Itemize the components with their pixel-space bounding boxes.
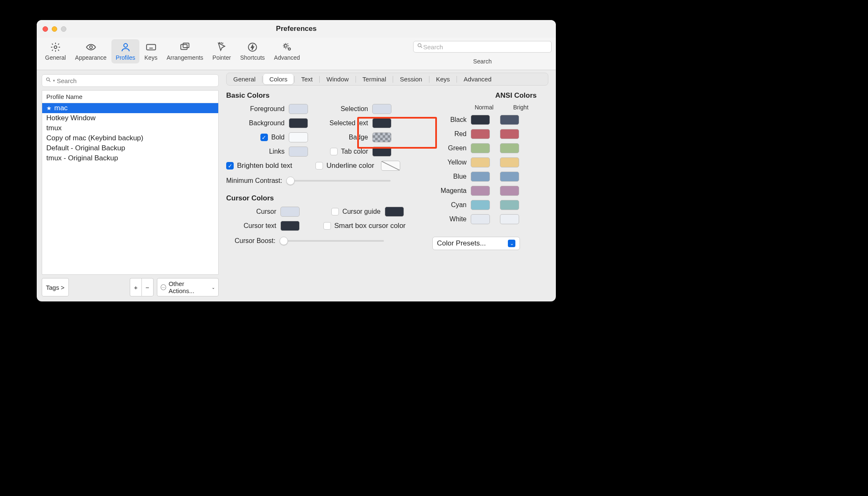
tab-color-label: Tab color [341, 148, 368, 155]
tab-color-swatch[interactable] [372, 147, 391, 157]
search-input[interactable] [423, 43, 548, 51]
ansi-normal-swatch[interactable] [471, 157, 490, 167]
window-title: Preferences [37, 25, 556, 33]
toolbar-search[interactable]: Search [413, 41, 552, 53]
svg-rect-5 [183, 43, 189, 48]
svg-point-6 [248, 43, 257, 51]
subtab-window[interactable]: Window [320, 74, 354, 84]
tab-appearance[interactable]: Appearance [71, 39, 111, 63]
cursor-guide-swatch[interactable] [385, 207, 404, 217]
ansi-bright-swatch[interactable] [500, 129, 519, 139]
brighten-bold-checkbox[interactable]: ✓ [226, 162, 234, 170]
svg-point-9 [418, 44, 421, 47]
selection-label: Selection [314, 105, 368, 113]
tab-label: Advanced [274, 54, 300, 61]
cursor-boost-slider[interactable] [280, 237, 384, 245]
tab-general[interactable]: General [41, 39, 70, 63]
ansi-bright-swatch[interactable] [500, 186, 519, 196]
subtab-advanced[interactable]: Advanced [458, 74, 497, 84]
ansi-name: Black [432, 116, 471, 124]
cursor-swatch[interactable] [280, 207, 300, 217]
bold-checkbox[interactable]: ✓ [260, 134, 268, 141]
ansi-normal-swatch[interactable] [471, 129, 490, 139]
ansi-row: Magenta [432, 186, 537, 196]
basic-colors-title: Basic Colors [226, 91, 422, 100]
toolbar: General Appearance Profiles Keys Arrange… [37, 38, 556, 70]
tab-pointer[interactable]: Pointer [208, 39, 235, 63]
ansi-normal-swatch[interactable] [471, 186, 490, 196]
ansi-bright-swatch[interactable] [500, 172, 519, 182]
svg-point-8 [288, 48, 290, 50]
ansi-normal-swatch[interactable] [471, 214, 490, 224]
tab-arrangements[interactable]: Arrangements [162, 39, 207, 63]
ansi-name: Cyan [432, 201, 471, 209]
underline-color-checkbox[interactable] [315, 162, 323, 170]
underline-color-swatch[interactable] [381, 161, 400, 171]
ellipsis-icon: ··· [161, 284, 166, 290]
brighten-bold-label: Brighten bold text [237, 162, 292, 170]
profile-name: mac [54, 104, 68, 112]
ansi-bright-swatch[interactable] [500, 200, 519, 210]
svg-point-10 [46, 78, 49, 81]
ansi-name: Blue [432, 173, 471, 180]
profile-name: Default - Original Backup [46, 144, 125, 152]
subtab-terminal[interactable]: Terminal [357, 74, 392, 84]
cursor-guide-checkbox[interactable] [331, 208, 339, 215]
bold-swatch[interactable] [289, 132, 308, 142]
profile-row[interactable]: Default - Original Backup [42, 143, 218, 153]
tab-color-checkbox[interactable] [330, 148, 338, 155]
tab-advanced[interactable]: Advanced [270, 39, 304, 63]
ansi-name: Red [432, 130, 471, 138]
smart-box-checkbox[interactable] [323, 222, 331, 230]
titlebar: Preferences [37, 20, 556, 38]
profile-row[interactable]: tmux - Original Backup [42, 153, 218, 163]
profile-search[interactable]: ▾ [42, 74, 219, 87]
subtab-colors[interactable]: Colors [263, 74, 293, 84]
selected-text-swatch[interactable] [372, 118, 391, 128]
cursor-text-swatch[interactable] [280, 221, 300, 231]
color-presets-label: Color Presets... [437, 239, 486, 248]
tab-label: Appearance [75, 54, 107, 61]
tab-profiles[interactable]: Profiles [111, 39, 139, 63]
subtab-text[interactable]: Text [295, 74, 319, 84]
subtabs: GeneralColorsTextWindowTerminalSessionKe… [226, 73, 548, 86]
tags-button[interactable]: Tags > [42, 278, 69, 296]
min-contrast-slider[interactable] [286, 177, 391, 185]
remove-profile-button[interactable]: − [141, 278, 154, 296]
subtab-session[interactable]: Session [394, 74, 428, 84]
profile-row[interactable]: Hotkey Window [42, 113, 218, 123]
profile-list-header: Profile Name [42, 91, 218, 103]
background-swatch[interactable] [289, 118, 308, 128]
links-swatch[interactable] [289, 147, 308, 157]
color-presets-dropdown[interactable]: Color Presets... ⌄ [432, 237, 520, 250]
ansi-bright-header: Bright [507, 104, 534, 111]
ansi-normal-swatch[interactable] [471, 200, 490, 210]
ansi-bright-swatch[interactable] [500, 115, 519, 125]
ansi-bright-swatch[interactable] [500, 143, 519, 153]
foreground-swatch[interactable] [289, 104, 308, 114]
selection-swatch[interactable] [372, 104, 391, 114]
foreground-label: Foreground [226, 105, 285, 113]
tab-keys[interactable]: Keys [140, 39, 161, 63]
ansi-bright-swatch[interactable] [500, 214, 519, 224]
profile-row[interactable]: tmux [42, 123, 218, 133]
badge-swatch[interactable] [372, 132, 391, 142]
profile-list: Profile Name ★macHotkey WindowtmuxCopy o… [42, 90, 219, 275]
profile-row[interactable]: ★mac [42, 103, 218, 113]
add-profile-button[interactable]: + [130, 278, 141, 296]
cursor-icon [216, 41, 227, 53]
ansi-normal-swatch[interactable] [471, 143, 490, 153]
other-actions-dropdown[interactable]: ··· Other Actions... ⌄ [157, 278, 219, 296]
ansi-normal-swatch[interactable] [471, 115, 490, 125]
profile-row[interactable]: Copy of mac (Keybind backup) [42, 133, 218, 143]
ansi-bright-swatch[interactable] [500, 157, 519, 167]
subtab-general[interactable]: General [227, 74, 261, 84]
profile-search-input[interactable] [57, 77, 215, 84]
subtab-keys[interactable]: Keys [430, 74, 456, 84]
tab-shortcuts[interactable]: Shortcuts [236, 39, 269, 63]
ansi-colors-title: ANSI Colors [432, 91, 537, 100]
ansi-normal-swatch[interactable] [471, 172, 490, 182]
gears-icon [281, 41, 293, 53]
svg-point-7 [284, 45, 287, 48]
other-actions-label: Other Actions... [169, 280, 209, 294]
